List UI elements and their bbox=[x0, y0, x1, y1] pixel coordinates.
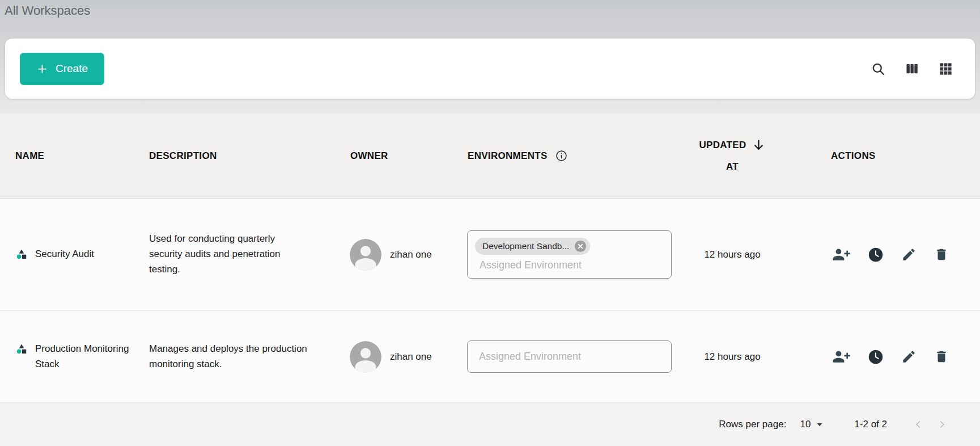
owner-cell: zihan one bbox=[335, 341, 452, 373]
info-icon[interactable] bbox=[555, 149, 568, 162]
column-header-name[interactable]: NAME bbox=[0, 150, 134, 162]
rows-per-page-label: Rows per page: bbox=[719, 419, 786, 430]
avatar bbox=[350, 239, 381, 271]
workspace-category-icon bbox=[16, 343, 27, 357]
plus-icon bbox=[36, 63, 48, 75]
workspace-category-icon bbox=[16, 249, 27, 263]
environments-cell: Development Sandb... Assigned Environmen… bbox=[452, 230, 667, 279]
toolbar: Create bbox=[5, 39, 975, 99]
workspace-name: Security Audit bbox=[35, 247, 94, 262]
actions-cell bbox=[798, 247, 980, 263]
add-user-button[interactable] bbox=[832, 247, 850, 262]
environments-cell: Assigned Environment bbox=[452, 340, 667, 373]
owner-name: zihan one bbox=[390, 249, 432, 260]
environment-chip-label: Development Sandb... bbox=[482, 241, 569, 251]
environment-chip: Development Sandb... bbox=[475, 238, 590, 255]
history-clock-button[interactable] bbox=[868, 349, 884, 365]
updated-at-value: 12 hours ago bbox=[667, 249, 798, 260]
owner-name: zihan one bbox=[390, 351, 432, 363]
history-clock-button[interactable] bbox=[868, 247, 884, 263]
table-header-row: NAME DESCRIPTION OWNER ENVIRONMENTS UPDA… bbox=[0, 113, 980, 199]
updated-at-value: 12 hours ago bbox=[667, 351, 798, 363]
assigned-environment-input[interactable]: Assigned Environment bbox=[467, 340, 672, 373]
owner-cell: zihan one bbox=[335, 239, 452, 271]
environment-placeholder: Assigned Environment bbox=[475, 259, 664, 271]
top-section: All Workspaces Create bbox=[0, 0, 980, 113]
table-grid-icon[interactable] bbox=[938, 61, 953, 77]
create-button[interactable]: Create bbox=[20, 53, 104, 85]
column-header-actions: ACTIONS bbox=[798, 150, 980, 162]
delete-button[interactable] bbox=[934, 247, 949, 262]
table-row: Security Audit Used for conducting quart… bbox=[0, 199, 980, 311]
column-header-environments[interactable]: ENVIRONMENTS bbox=[452, 149, 667, 162]
sort-desc-arrow-icon bbox=[752, 138, 766, 152]
table-row: Production Monitoring Stack Manages and … bbox=[0, 311, 980, 403]
assigned-environment-input[interactable]: Development Sandb... Assigned Environmen… bbox=[467, 230, 672, 279]
workspace-name-cell: Security Audit bbox=[0, 247, 134, 263]
add-user-button[interactable] bbox=[832, 350, 850, 364]
rows-per-page-value: 10 bbox=[800, 419, 811, 430]
column-header-description[interactable]: DESCRIPTION bbox=[134, 150, 335, 162]
page-title: All Workspaces bbox=[0, 0, 980, 20]
pagination-range: 1-2 of 2 bbox=[854, 419, 887, 430]
edit-button[interactable] bbox=[901, 247, 917, 262]
avatar bbox=[350, 341, 381, 373]
workspace-description: Manages and deploys the production monit… bbox=[134, 342, 335, 372]
table-pagination: Rows per page: 10 1-2 of 2 bbox=[0, 403, 980, 446]
workspace-description: Used for conducting quarterly security a… bbox=[134, 232, 335, 277]
next-page-button[interactable] bbox=[935, 417, 949, 432]
workspace-name-cell: Production Monitoring Stack bbox=[0, 342, 134, 372]
search-icon[interactable] bbox=[871, 61, 886, 77]
rows-per-page-select[interactable]: 10 bbox=[800, 418, 826, 431]
view-column-icon[interactable] bbox=[905, 61, 919, 76]
column-header-environments-label: ENVIRONMENTS bbox=[468, 150, 548, 162]
actions-cell bbox=[798, 349, 980, 365]
edit-button[interactable] bbox=[901, 349, 917, 364]
delete-button[interactable] bbox=[934, 349, 949, 364]
chevron-down-icon bbox=[813, 418, 826, 431]
column-header-updated-at[interactable]: UPDATED AT bbox=[667, 134, 798, 178]
column-header-updated-line2: AT bbox=[726, 156, 739, 178]
column-header-updated-line1: UPDATED bbox=[699, 134, 746, 156]
previous-page-button[interactable] bbox=[911, 417, 926, 432]
column-header-owner[interactable]: OWNER bbox=[335, 150, 452, 162]
environment-placeholder: Assigned Environment bbox=[479, 351, 581, 363]
workspace-name: Production Monitoring Stack bbox=[35, 342, 129, 372]
create-button-label: Create bbox=[56, 62, 88, 75]
chip-remove-icon[interactable] bbox=[574, 240, 587, 253]
toolbar-icons bbox=[871, 61, 953, 77]
